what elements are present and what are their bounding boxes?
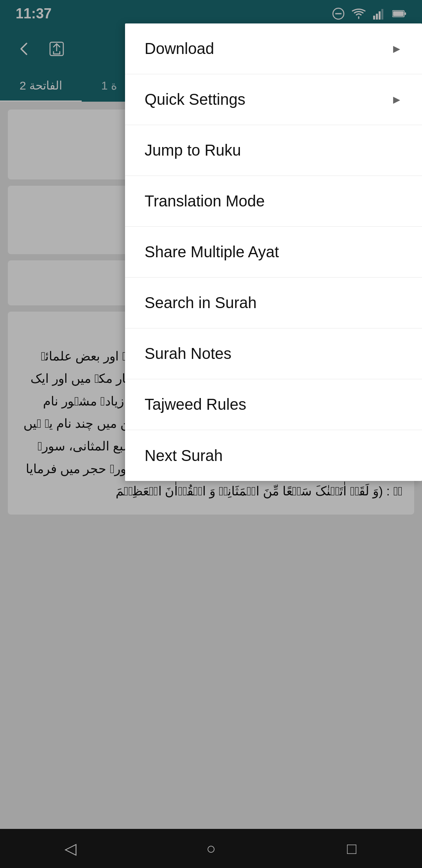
menu-item-label: Search in Surah: [145, 294, 257, 312]
menu-item-surah-notes[interactable]: Surah Notes: [125, 328, 422, 379]
menu-item-download[interactable]: Download►: [125, 23, 422, 74]
menu-item-label: Jump to Ruku: [145, 142, 241, 159]
menu-item-label: Download: [145, 40, 214, 57]
menu-item-label: Next Surah: [145, 447, 223, 464]
chevron-right-icon: ►: [391, 42, 402, 56]
menu-item-label: Translation Mode: [145, 192, 265, 210]
menu-item-label: Share Multiple Ayat: [145, 243, 279, 261]
dropdown-menu: Download►Quick Settings►Jump to RukuTran…: [125, 23, 422, 481]
menu-item-label: Tajweed Rules: [145, 396, 246, 413]
menu-item-quick-settings[interactable]: Quick Settings►: [125, 74, 422, 125]
menu-item-label: Quick Settings: [145, 91, 245, 108]
menu-item-label: Surah Notes: [145, 345, 231, 362]
menu-item-tajweed-rules[interactable]: Tajweed Rules: [125, 379, 422, 430]
menu-item-jump-to-ruku[interactable]: Jump to Ruku: [125, 125, 422, 176]
menu-item-share-multiple-ayat[interactable]: Share Multiple Ayat: [125, 227, 422, 278]
chevron-right-icon: ►: [391, 93, 402, 106]
menu-item-search-in-surah[interactable]: Search in Surah: [125, 278, 422, 328]
menu-item-next-surah[interactable]: Next Surah: [125, 430, 422, 481]
menu-item-translation-mode[interactable]: Translation Mode: [125, 176, 422, 227]
